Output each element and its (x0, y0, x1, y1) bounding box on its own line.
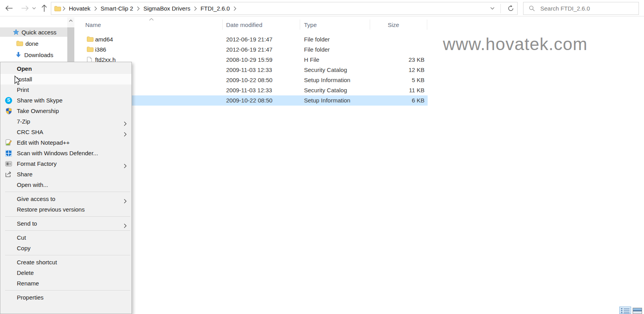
mouse-cursor (14, 75, 21, 85)
sidebar-scrollbar[interactable] (67, 17, 74, 62)
address-dropdown-button[interactable] (487, 7, 497, 10)
file-name: i386 (95, 46, 106, 53)
column-divider[interactable] (370, 20, 370, 30)
menu-item-cut[interactable]: Cut (0, 232, 131, 243)
menu-item-share[interactable]: Share (0, 169, 131, 179)
file-size: 5 KB (358, 77, 425, 83)
scroll-up-icon[interactable] (69, 20, 73, 22)
forward-button[interactable] (20, 4, 30, 13)
breadcrumb-item[interactable]: Smart-Clip 2 (98, 5, 135, 12)
chevron-down-icon (490, 7, 495, 10)
file-explorer-window: Hovatek Smart-Clip 2 SigmaBox Drivers FT… (0, 0, 644, 314)
file-date: 2012-06-19 21:47 (226, 46, 272, 53)
breadcrumb-chevron-icon[interactable] (135, 6, 141, 11)
table-row-selected[interactable]: 2009-10-22 08:50 Setup Information 6 KB (84, 95, 428, 106)
menu-item-print[interactable]: Print (0, 84, 131, 95)
explorer-toolbar: Hovatek Smart-Clip 2 SigmaBox Drivers FT… (0, 0, 644, 16)
column-header-size[interactable]: Size (388, 22, 399, 28)
column-header-date-modified[interactable]: Date modified (226, 22, 263, 28)
format-factory-icon (5, 160, 13, 167)
menu-item-take-ownership[interactable]: Take Ownership (0, 106, 131, 116)
menu-item-copy[interactable]: Copy (0, 243, 131, 253)
file-size: 12 KB (358, 66, 425, 73)
file-type: Security Catalog (304, 87, 347, 93)
sidebar-item-label: done (25, 40, 38, 47)
file-type: File folder (304, 36, 330, 43)
menu-separator (5, 192, 130, 192)
thumbnail-view-button[interactable] (633, 308, 642, 314)
skype-icon: S (5, 97, 13, 104)
folder-icon (87, 47, 94, 53)
up-arrow-icon (41, 4, 47, 12)
forward-arrow-icon (21, 5, 29, 11)
menu-item-open[interactable]: Open (0, 63, 131, 74)
table-row[interactable]: i386 2012-06-19 21:47 File folder (84, 45, 428, 55)
menu-item-edit-with-notepad-plus-plus[interactable]: Edit with Notepad++ (0, 137, 131, 148)
menu-item-delete[interactable]: Delete (0, 267, 131, 278)
sidebar-item-quick-access[interactable]: Quick access (0, 27, 67, 37)
folder-icon (87, 36, 94, 43)
windows-defender-icon (5, 149, 13, 157)
file-list: amd64 2012-06-19 21:47 File folder i386 … (84, 34, 428, 106)
menu-item-rename[interactable]: Rename (0, 278, 131, 289)
menu-item-share-with-skype[interactable]: S Share with Skype (0, 95, 131, 106)
column-header-name[interactable]: Name (85, 22, 101, 28)
notepad-plus-plus-icon (5, 139, 13, 146)
table-row[interactable]: ftd2xx.h 2008-10-29 15:59 H File 23 KB (84, 55, 428, 65)
table-row[interactable]: amd64 2012-06-19 21:47 File folder (84, 34, 428, 45)
sidebar-item-downloads[interactable]: Downloads (0, 50, 67, 59)
file-type: Security Catalog (304, 66, 347, 73)
menu-item-properties[interactable]: Properties (0, 292, 131, 303)
uac-shield-icon (5, 107, 13, 115)
recent-locations-button[interactable] (31, 4, 37, 13)
menu-item-restore-previous-versions[interactable]: Restore previous versions (0, 204, 131, 215)
menu-item-7zip[interactable]: 7-Zip (0, 116, 131, 127)
breadcrumb-chevron-icon[interactable] (93, 6, 98, 11)
column-divider[interactable] (300, 20, 300, 30)
up-button[interactable] (40, 4, 49, 13)
column-divider[interactable] (222, 20, 223, 30)
breadcrumb-chevron-icon[interactable] (61, 6, 67, 11)
search-box[interactable] (523, 2, 639, 15)
menu-separator (5, 255, 130, 255)
details-view-button[interactable] (619, 307, 631, 314)
menu-separator (5, 230, 130, 231)
file-date: 2012-06-19 21:47 (226, 36, 272, 43)
file-type: Setup Information (304, 77, 350, 83)
scrollbar-thumb[interactable] (67, 27, 74, 62)
breadcrumb-chevron-icon[interactable] (232, 6, 237, 11)
column-header-type[interactable]: Type (304, 22, 317, 28)
table-row[interactable]: 2009-11-03 12:33 Security Catalog 11 KB (84, 85, 428, 95)
menu-item-send-to[interactable]: Send to (0, 218, 131, 229)
column-divider[interactable] (427, 20, 427, 30)
sidebar-item-label: Quick access (22, 29, 56, 36)
address-bar[interactable]: Hovatek Smart-Clip 2 SigmaBox Drivers FT… (51, 2, 518, 15)
menu-item-crc-sha[interactable]: CRC SHA (0, 127, 131, 137)
back-button[interactable] (4, 4, 14, 13)
back-arrow-icon (5, 5, 13, 11)
breadcrumb-item[interactable]: Hovatek (67, 5, 93, 12)
file-name: amd64 (95, 36, 113, 43)
menu-item-open-with[interactable]: Open with... (0, 179, 131, 190)
menu-item-scan-with-windows-defender[interactable]: Scan with Windows Defender... (0, 148, 131, 158)
search-input[interactable] (540, 5, 639, 12)
star-icon (13, 29, 19, 35)
file-date: 2009-11-03 12:33 (226, 87, 272, 93)
menu-item-create-shortcut[interactable]: Create shortcut (0, 257, 131, 267)
table-row[interactable]: 2009-11-03 12:33 Security Catalog 12 KB (84, 65, 428, 75)
file-date: 2009-11-03 12:33 (226, 66, 272, 73)
breadcrumb-item[interactable]: SigmaBox Drivers (141, 5, 192, 12)
menu-separator (5, 290, 130, 291)
sidebar-item-done[interactable]: done (0, 39, 67, 48)
file-type: H File (304, 56, 319, 63)
file-type: Setup Information (304, 97, 350, 104)
sort-ascending-icon (149, 18, 154, 21)
search-icon (529, 5, 535, 11)
breadcrumb-chevron-icon[interactable] (192, 6, 198, 11)
menu-item-format-factory[interactable]: Format Factory (0, 158, 131, 169)
table-row[interactable]: 2009-10-22 08:50 Setup Information 5 KB (84, 75, 428, 85)
refresh-button[interactable] (504, 5, 517, 12)
menu-item-give-access-to[interactable]: Give access to (0, 194, 131, 204)
file-date: 2009-10-22 08:50 (226, 77, 272, 83)
breadcrumb-item[interactable]: FTDI_2.6.0 (198, 5, 232, 12)
